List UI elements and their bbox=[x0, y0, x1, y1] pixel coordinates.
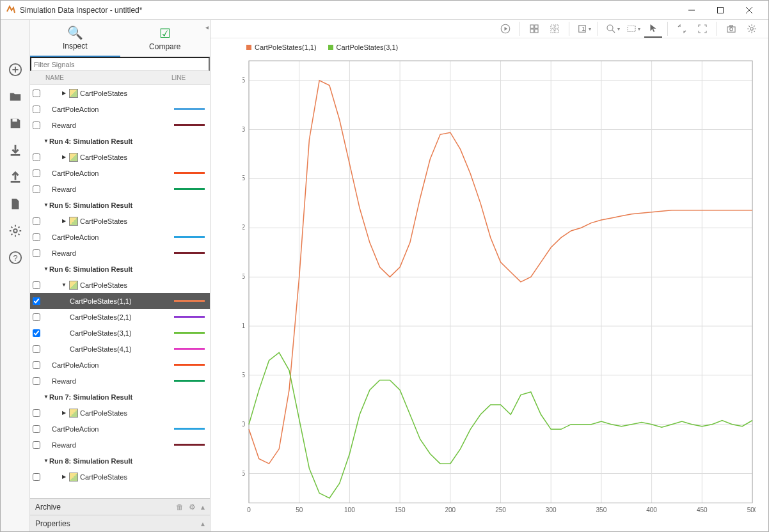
expand-arrow-icon[interactable]: ▶ bbox=[61, 474, 67, 480]
save-button[interactable] bbox=[4, 112, 27, 135]
archive-panel[interactable]: Archive 🗑 ⚙ ▴ bbox=[30, 498, 210, 515]
tree-row-label: Run 7: Simulation Result bbox=[49, 393, 132, 401]
tree-signal-row[interactable]: CartPoleStates(4,1) bbox=[30, 341, 210, 357]
tree-signal-row[interactable]: Reward bbox=[30, 373, 210, 389]
cursor-button[interactable] bbox=[644, 20, 662, 38]
tree-signal-row[interactable]: CartPoleStates(1,1) bbox=[30, 293, 210, 309]
expand-arrow-icon[interactable]: ▶ bbox=[61, 218, 67, 224]
tree-signal-row[interactable]: CartPoleAction bbox=[30, 101, 210, 117]
expand-arrow-icon[interactable]: ▶ bbox=[61, 410, 67, 416]
properties-panel[interactable]: Properties ▴ bbox=[30, 515, 210, 531]
filter-signals-input[interactable] bbox=[30, 57, 210, 71]
signal-visibility-checkbox[interactable] bbox=[33, 121, 40, 129]
fit-to-view-button[interactable] bbox=[694, 20, 711, 38]
tab-compare[interactable]: ☑ Compare bbox=[120, 20, 210, 57]
chevron-up-icon[interactable]: ▴ bbox=[201, 503, 205, 512]
snapshot-button[interactable] bbox=[722, 20, 740, 38]
collapse-sidebar-icon[interactable]: ◂ bbox=[205, 24, 209, 31]
svg-text:0.2: 0.2 bbox=[242, 224, 245, 231]
expand-arrow-icon[interactable]: ▼ bbox=[61, 282, 67, 288]
tree-signal-row[interactable]: Reward bbox=[30, 245, 210, 261]
fit-button[interactable]: ▾ bbox=[624, 20, 642, 38]
add-button[interactable] bbox=[4, 58, 27, 81]
tree-signal-row[interactable]: ▶CartPoleStates bbox=[30, 405, 210, 421]
svg-text:300: 300 bbox=[546, 506, 557, 513]
expand-arrow-icon[interactable]: ▶ bbox=[61, 90, 67, 96]
trash-icon[interactable]: 🗑 bbox=[176, 503, 184, 512]
signal-visibility-checkbox[interactable] bbox=[33, 90, 40, 97]
signal-visibility-checkbox[interactable] bbox=[33, 473, 40, 481]
expand-arrow-icon[interactable]: ▶ bbox=[61, 154, 67, 160]
signal-visibility-checkbox[interactable] bbox=[33, 313, 40, 321]
expand-arrow-icon[interactable]: ▼ bbox=[43, 138, 49, 144]
tree-signal-row[interactable]: Reward bbox=[30, 181, 210, 197]
tree-run-header[interactable]: ▼Run 6: Simulation Result bbox=[30, 261, 210, 277]
expand-arrow-icon[interactable]: ▼ bbox=[43, 394, 49, 400]
tree-run-header[interactable]: ▼Run 5: Simulation Result bbox=[30, 197, 210, 213]
export-button[interactable] bbox=[4, 166, 27, 189]
subplot-select[interactable]: 1▾ bbox=[575, 20, 592, 38]
inspect-icon: 🔍 bbox=[67, 25, 83, 40]
zoom-button[interactable]: ▾ bbox=[603, 20, 621, 38]
tree-signal-row[interactable]: CartPoleAction bbox=[30, 165, 210, 181]
close-button[interactable] bbox=[734, 1, 763, 20]
tree-signal-row[interactable]: CartPoleStates(3,1) bbox=[30, 325, 210, 341]
help-button[interactable]: ? bbox=[4, 246, 27, 269]
settings-button[interactable] bbox=[4, 219, 27, 242]
layout-clear-button[interactable] bbox=[546, 20, 564, 38]
tree-run-header[interactable]: ▼Run 4: Simulation Result bbox=[30, 133, 210, 149]
signal-visibility-checkbox[interactable] bbox=[33, 185, 40, 193]
maximize-button[interactable] bbox=[706, 1, 734, 20]
signal-visibility-checkbox[interactable] bbox=[33, 233, 40, 241]
signal-visibility-checkbox[interactable] bbox=[33, 169, 40, 177]
signal-visibility-checkbox[interactable] bbox=[33, 106, 40, 113]
minimize-button[interactable] bbox=[677, 1, 706, 20]
signal-visibility-checkbox[interactable] bbox=[33, 409, 40, 417]
signal-visibility-checkbox[interactable] bbox=[33, 217, 40, 225]
matrix-signal-icon bbox=[69, 153, 78, 162]
tree-signal-row[interactable]: Reward bbox=[30, 117, 210, 133]
expand-arrow-icon[interactable]: ▼ bbox=[43, 266, 49, 272]
expand-arrow-icon[interactable]: ▼ bbox=[43, 202, 49, 208]
tree-signal-row[interactable]: CartPoleAction bbox=[30, 357, 210, 373]
tree-signal-row[interactable]: CartPoleAction bbox=[30, 229, 210, 245]
tree-row-label: CartPoleStates bbox=[80, 281, 127, 289]
import-button[interactable] bbox=[4, 139, 27, 162]
tree-run-header[interactable]: ▼Run 7: Simulation Result bbox=[30, 389, 210, 405]
expand-arrow-icon[interactable]: ▼ bbox=[43, 458, 49, 464]
tree-signal-row[interactable]: ▶CartPoleStates bbox=[30, 469, 210, 485]
tree-signal-row[interactable]: ▼CartPoleStates bbox=[30, 277, 210, 293]
signal-visibility-checkbox[interactable] bbox=[33, 425, 40, 433]
new-file-button[interactable] bbox=[4, 192, 27, 215]
gear-icon[interactable]: ⚙ bbox=[189, 503, 196, 512]
chevron-up-icon[interactable]: ▴ bbox=[201, 519, 205, 528]
tree-signal-row[interactable]: ▶CartPoleStates bbox=[30, 149, 210, 165]
zoom-in-time-button[interactable] bbox=[673, 20, 691, 38]
signal-visibility-checkbox[interactable] bbox=[33, 441, 40, 449]
signal-visibility-checkbox[interactable] bbox=[33, 153, 40, 161]
tree-signal-row[interactable]: ▶CartPoleStates bbox=[30, 85, 210, 101]
signal-visibility-checkbox[interactable] bbox=[33, 329, 40, 337]
tree-signal-row[interactable]: Reward bbox=[30, 437, 210, 453]
signal-visibility-checkbox[interactable] bbox=[33, 377, 40, 385]
signal-visibility-checkbox[interactable] bbox=[33, 361, 40, 369]
tree-row-label: Run 4: Simulation Result bbox=[49, 137, 132, 145]
preferences-button[interactable] bbox=[743, 20, 761, 38]
signal-visibility-checkbox[interactable] bbox=[33, 249, 40, 257]
signal-visibility-checkbox[interactable] bbox=[33, 345, 40, 353]
tree-signal-row[interactable]: ▶CartPoleStates bbox=[30, 213, 210, 229]
signal-visibility-checkbox[interactable] bbox=[33, 281, 40, 289]
chart[interactable]: 050100150200250300350400450500-0.0500.05… bbox=[242, 58, 756, 521]
svg-text:0.15: 0.15 bbox=[242, 273, 245, 280]
tree-signal-row[interactable]: CartPoleStates(2,1) bbox=[30, 309, 210, 325]
matrix-signal-icon bbox=[69, 281, 78, 290]
open-button[interactable] bbox=[4, 85, 27, 108]
signal-visibility-checkbox[interactable] bbox=[33, 297, 40, 305]
signal-tree[interactable]: ▶CartPoleStatesCartPoleActionReward▼Run … bbox=[30, 85, 210, 498]
play-button[interactable] bbox=[496, 20, 514, 38]
tree-run-header[interactable]: ▼Run 8: Simulation Result bbox=[30, 453, 210, 469]
layout-grid-button[interactable] bbox=[525, 20, 543, 38]
tree-signal-row[interactable]: CartPoleAction bbox=[30, 421, 210, 437]
tab-inspect[interactable]: 🔍 Inspect bbox=[30, 20, 120, 57]
tree-row-label: CartPoleStates(1,1) bbox=[70, 297, 132, 305]
